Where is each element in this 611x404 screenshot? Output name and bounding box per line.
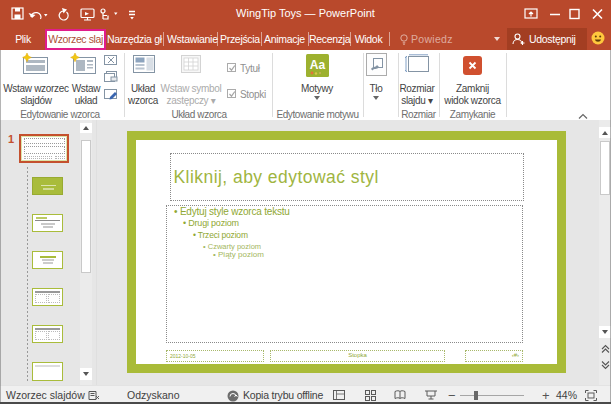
svg-text:Aa: Aa bbox=[310, 58, 326, 72]
